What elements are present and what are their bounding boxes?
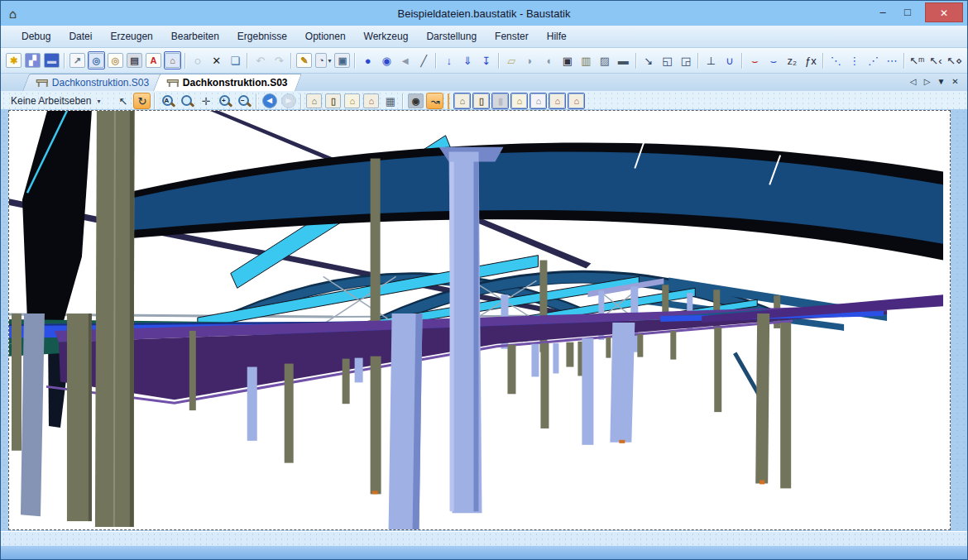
print-preview-button[interactable]: ◎ [88,51,105,69]
menu-hilfe[interactable]: Hilfe [538,27,576,45]
pick-angle-button[interactable]: ↖‹ [927,51,945,69]
titlebar[interactable]: ⌂ Beispieldateien.baustatik - Baustatik … [1,1,967,26]
copy-button[interactable]: ❏ [227,51,244,69]
select-node-button[interactable]: ◉ [378,51,395,69]
minimize-button[interactable]: – [870,2,895,23]
view-side-button[interactable]: ⌂ [362,93,380,109]
u-profile-button[interactable]: ∪ [721,51,739,69]
view-front-icon: ▯ [325,93,341,108]
view-isometric-button[interactable]: ⌂ [305,93,323,109]
load-frame-button[interactable]: ◱ [659,51,676,69]
path-animation-button[interactable]: ↝ [426,93,443,109]
print-button[interactable]: ▤ [126,51,143,69]
maximize-button[interactable]: □ [895,2,920,23]
select-hatch-button[interactable]: ▨ [597,51,614,69]
camera-view-button[interactable]: ◉ [407,93,424,109]
open-file-button[interactable]: ▞ [24,51,41,69]
home-view-button[interactable]: ⌂ [164,51,181,69]
rotate-view-button[interactable]: ↻ [133,93,151,109]
create-area-button[interactable]: ▱ [503,51,520,69]
distribute-nodes-button[interactable]: ⋰ [865,51,882,69]
insert-support-button[interactable]: ⊥ [702,51,720,69]
close-button[interactable]: ✕ [925,2,963,22]
view-preset-front-button[interactable]: ▯ [472,93,490,109]
select-slab-button[interactable]: ▬ [615,51,632,69]
workplane-select[interactable]: Keine Arbeitseben ▾ [6,94,107,108]
new-document-button[interactable]: ✱ [5,51,22,69]
menu-optionen[interactable]: Optionen [296,27,355,45]
function-editor-button[interactable]: ƒx [803,51,820,69]
pan-view-button[interactable]: ✛ [197,93,214,109]
view-next-button[interactable]: ▶ [280,93,297,109]
merge-nodes-button[interactable]: ↧ [477,51,495,69]
view-preset-isometric-button[interactable]: ⌂ [453,93,471,109]
moment-diagram-button[interactable]: ⌣ [746,51,764,69]
menu-erzeugen[interactable]: Erzeugen [101,27,161,45]
toolbar-separator [354,53,356,69]
view-preset-roof-button[interactable]: ⌂ [510,93,528,109]
menu-ergebnisse[interactable]: Ergebnisse [228,27,296,45]
pick-measure-button[interactable]: ↖ᵐ [908,51,926,69]
view-preset-outline-button[interactable]: ⌂ [530,93,547,109]
menu-werkzeug[interactable]: Werkzeug [355,27,418,45]
create-haunch-button[interactable]: ◖ [540,51,558,69]
load-import-button[interactable]: ↘ [640,51,658,69]
view-preset-side-left-button[interactable]: ⌂ [549,93,566,109]
edit-properties-button[interactable]: ✎ [295,51,313,69]
page-preview-button[interactable]: ◎ [107,51,124,69]
menu-darstellung[interactable]: Darstellung [417,27,486,45]
zoom-in-button[interactable]: + [216,93,233,109]
move-node-button[interactable]: ⋯ [884,51,901,69]
menu-bearbeiten[interactable]: Bearbeiten [162,27,228,45]
export-view-button[interactable]: ↗ [69,51,86,69]
undo-button[interactable]: ↶ [252,51,269,69]
shear-diagram-button[interactable]: ⌣ [765,51,783,69]
redo-button[interactable]: ↷ [271,51,288,69]
view-preset-side-right-button[interactable]: ⌂ [568,93,585,109]
toggle-grid-button[interactable]: ▦ [381,93,399,109]
zoom-dynamic-button[interactable] [178,93,195,109]
select-plate-button[interactable]: ▥ [577,51,595,69]
tabs-menu-button[interactable]: ▼ [934,75,948,89]
select-cursor-button[interactable]: ↖ [114,93,132,109]
pick-diamond-button[interactable]: ↖⋄ [946,51,963,69]
toolbar-separator [290,53,292,69]
view-front-button[interactable]: ▯ [324,93,342,109]
tabs-menu-icon: ▼ [937,78,946,86]
split-line-button[interactable]: ⇓ [459,51,477,69]
z2-diagram-button[interactable]: z₂ [784,51,801,69]
tabs-scroll-right-button[interactable]: ▷ [920,75,934,89]
delete-selection-button[interactable]: ✕ [208,51,225,69]
view-previous-button[interactable]: ◀ [261,93,278,109]
mirror-node-button[interactable]: ⋮ [846,51,864,69]
tabs-scroll-left-button[interactable]: ◁ [906,75,920,89]
viewport-settings-button[interactable]: ▣ [333,51,351,69]
toolbar-separator [498,53,500,69]
menu-fenster[interactable]: Fenster [486,27,538,45]
view-top-button[interactable]: ⌂ [343,93,361,109]
open-file-icon: ▞ [25,53,41,68]
zoom-window-button[interactable]: A [159,93,176,109]
tab-active[interactable]: Dachkonstruktion.S03 [153,74,302,91]
tab[interactable]: Dachkonstruktion.S03 [22,74,163,91]
pdf-export-button[interactable]: A [145,51,162,69]
save-file-button[interactable]: ▬ [43,51,60,69]
load-tray-button[interactable]: ◲ [678,51,695,69]
tabs-close-button[interactable]: ✕ [948,75,962,89]
create-line-button[interactable]: ╱ [415,51,433,69]
lasso-select-button[interactable]: ◌ [189,51,207,69]
select-hatch-icon: ▨ [600,55,610,66]
select-element-button[interactable]: ◄ [396,51,414,69]
zoom-out-button[interactable]: − [235,93,252,109]
create-node-button[interactable]: ● [359,51,376,69]
copy-node-down-button[interactable]: ⋱ [827,51,845,69]
menu-debug[interactable]: Debug [12,27,60,45]
create-profile-button[interactable]: ◗ [521,51,539,69]
render-mode-button[interactable]: ◔▾ [314,51,332,69]
select-panel-button[interactable]: ▣ [559,51,577,69]
menu-datei[interactable]: Datei [60,27,101,45]
path-animation-icon: ↝ [430,96,439,107]
view-preset-blank-button[interactable]: ▮ [491,93,509,109]
viewport-3d[interactable] [8,110,951,530]
insert-node-on-line-button[interactable]: ↓ [440,51,458,69]
